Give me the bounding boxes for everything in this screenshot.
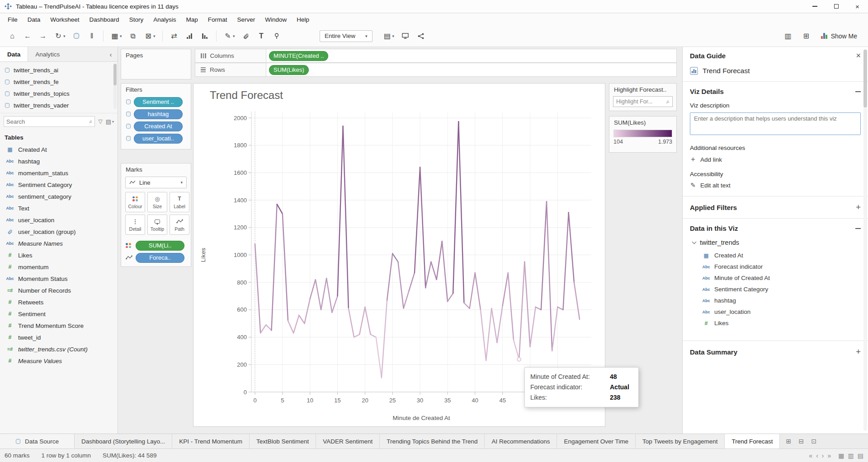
show-mark-labels-icon[interactable]: T [254,29,269,43]
sort-descending-icon[interactable] [197,29,212,43]
field-retweets[interactable]: #Retweets [0,296,118,308]
group-members-icon[interactable] [238,29,254,43]
new-story-tab-icon[interactable]: ⊡ [808,438,820,445]
expand-section-icon[interactable]: + [856,202,861,212]
highlighter-input[interactable]: Highlight For... ⌕ [613,96,673,107]
refresh-caret-icon[interactable]: ▾ [63,34,69,38]
viz-field-created-at[interactable]: ▦Created At [683,250,868,261]
menu-item-worksheet[interactable]: Worksheet [45,14,84,25]
viz-data-source[interactable]: twitter_trends [683,238,868,250]
marks-button-label[interactable]: TLabel [170,192,189,212]
sort-ascending-icon[interactable] [182,29,197,43]
color-gradient-bar[interactable] [613,130,672,137]
field-sentiment[interactable]: #Sentiment [0,308,118,320]
field-twitter-trends-csv-count[interactable]: =#twitter_trends.csv (Count) [0,343,118,355]
columns-shelf[interactable]: Columns MINUTE(Created .. [195,49,677,63]
sheet-tab-ai-recommendations[interactable]: AI Recommendations [485,434,557,448]
search-input[interactable] [6,118,89,125]
filter-pill-sentiment[interactable]: Sentiment .. [134,97,183,107]
menu-item-file[interactable]: File [3,14,23,25]
forward-icon[interactable]: → [35,29,51,43]
applied-filters-section[interactable]: Applied Filters + [683,196,868,218]
field-user-location[interactable]: Abcuser_location [0,214,118,226]
marks-button-colour[interactable]: Colour [125,192,145,212]
clear-sheet-caret-icon[interactable]: ▾ [153,34,159,38]
tab-analytics[interactable]: Analytics [28,47,67,61]
new-data-source-icon[interactable] [69,29,84,43]
presentation-mode-icon[interactable] [398,29,413,43]
data-source-twitter-trends-fe[interactable]: twitter_trends_fe [0,76,118,88]
menu-item-dashboard[interactable]: Dashboard [85,14,124,25]
marks-button-size[interactable]: ◎Size [147,192,167,212]
minimize-button[interactable] [804,0,826,13]
sheet-tab-trend-forecast[interactable]: Trend Forecast [725,434,780,448]
workbook-views-icon[interactable]: ⊞ [798,29,814,43]
add-link-button[interactable]: + Add link [683,151,868,164]
tab-data[interactable]: Data [0,47,28,61]
field-likes[interactable]: #Likes [0,249,118,261]
marks-button-path[interactable]: Path [170,215,189,235]
collapse-section-icon[interactable] [855,228,861,229]
last-sheet-icon[interactable]: » [828,452,831,459]
menu-item-window[interactable]: Window [260,14,292,25]
field-sentiment-category[interactable]: Abcsentiment_category [0,191,118,202]
field-momentum-status[interactable]: Abcmomentum_status [0,167,118,179]
data-source-twitter-trends-vader[interactable]: twitter_trends_vader [0,99,118,111]
viz-description-input[interactable] [690,112,861,135]
data-source-twitter-trends-topics[interactable]: twitter_trends_topics [0,88,118,99]
menu-item-map[interactable]: Map [181,14,203,25]
close-button[interactable]: × [847,0,868,13]
first-sheet-icon[interactable]: « [809,452,812,459]
rows-shelf[interactable]: Rows SUM(Likes) [195,63,677,77]
show-me-button[interactable]: Show Me [816,31,862,42]
menu-item-data[interactable]: Data [23,14,46,25]
edit-alt-text-button[interactable]: ✎ Edit alt text [683,177,868,190]
sheet-tab-vader-sentiment[interactable]: VADER Sentiment [316,434,380,448]
field-created-at[interactable]: ▦Created At [0,144,118,155]
menu-item-server[interactable]: Server [232,14,260,25]
home-icon[interactable]: ⌂ [5,29,20,43]
data-source-tab[interactable]: Data Source [0,434,75,448]
pill-sum-likes[interactable]: SUM(Likes) [269,65,309,75]
sheet-tab-dashboard-storytelling-layo[interactable]: Dashboard (Storytelling Layo... [75,434,172,448]
field-tweet-id[interactable]: #tweet_id [0,331,118,343]
previous-sheet-icon[interactable]: ‹ [816,452,818,459]
menu-item-story[interactable]: Story [124,14,149,25]
duplicate-sheet-icon[interactable]: ⧉ [125,29,141,43]
back-icon[interactable]: ← [20,29,35,43]
field-measure-names[interactable]: AbcMeasure Names [0,238,118,249]
marks-pill-foreca[interactable]: Foreca.. [136,253,184,263]
new-worksheet-caret-icon[interactable]: ▾ [120,34,125,38]
highlight-caret-icon[interactable]: ▾ [233,34,238,38]
maximize-button[interactable] [826,0,847,13]
mark-type-selector[interactable]: Line ▾ [125,177,187,188]
fix-axes-icon[interactable] [269,29,284,43]
fit-selector[interactable]: Entire View ▾ [320,30,373,42]
viz-details-section[interactable]: Viz Details [683,82,868,101]
filter-fields-icon[interactable]: ▽ [98,118,102,125]
field-hashtag[interactable]: Abchashtag [0,155,118,167]
viz-field-sentiment-category[interactable]: AbcSentiment Category [683,284,868,295]
sheet-tab-trending-topics-behind-the-trend[interactable]: Trending Topics Behind the Trend [380,434,485,448]
device-preview-icon[interactable]: ▥ [780,29,796,43]
field-trend-momentum-score[interactable]: #Trend Momentum Score [0,320,118,331]
filter-pill-hashtag[interactable]: hashtag [134,109,183,119]
data-summary-section[interactable]: Data Summary + [683,341,868,363]
new-dashboard-tab-icon[interactable]: ⊟ [795,438,807,445]
menu-item-format[interactable]: Format [203,14,232,25]
next-sheet-icon[interactable]: › [822,452,824,459]
data-guide-scrollbar[interactable] [863,49,867,431]
show-hide-cards-caret-icon[interactable]: ▾ [392,34,398,38]
data-source-twitter-trends-ai[interactable]: twitter_trends_ai [0,64,118,76]
field-text[interactable]: AbcText [0,202,118,214]
field-sentiment-category[interactable]: AbcSentiment Category [0,179,118,191]
view-options-icon[interactable]: ▤▾ [106,118,114,125]
menu-item-analysis[interactable]: Analysis [148,14,181,25]
show-filmstrip-view-icon[interactable]: ▥ [848,452,854,459]
sources-scrollbar[interactable] [113,64,117,109]
field-number-of-records[interactable]: =#Number of Records [0,285,118,296]
marks-pill-sum-li[interactable]: SUM(Li.. [136,241,184,251]
field-momentum-status[interactable]: AbcMomentum Status [0,273,118,285]
filter-pill-created-at[interactable]: Created At [134,121,183,131]
sheet-tab-textblob-sentiment[interactable]: TextBlob Sentiment [250,434,316,448]
